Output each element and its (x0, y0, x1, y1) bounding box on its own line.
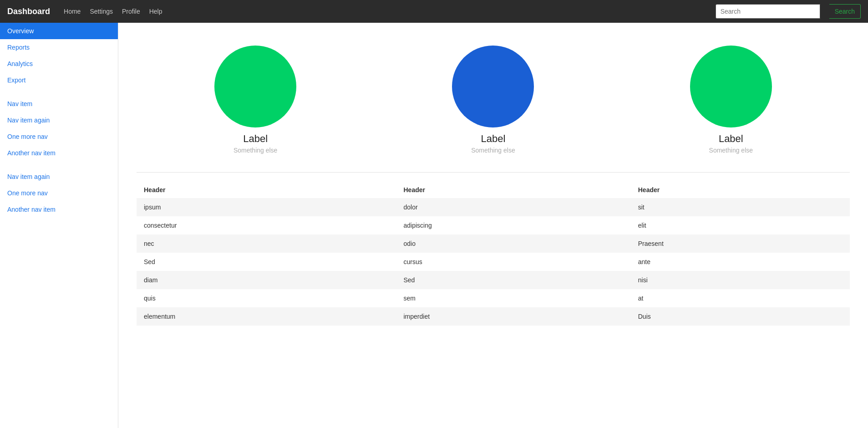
cell: diam (137, 271, 396, 289)
sidebar: Overview Reports Analytics Export Nav it… (0, 23, 118, 428)
card-3-circle (690, 46, 772, 127)
sidebar-item-nav3[interactable]: One more nav (0, 128, 118, 145)
table-row: diam Sed nisi (137, 271, 850, 289)
cell: elit (631, 216, 850, 234)
table-section: Header Header Header ipsum dolor sit con… (137, 182, 850, 326)
cell: adipiscing (396, 216, 631, 234)
card-3-label: Label (719, 133, 743, 145)
sidebar-item-export[interactable]: Export (0, 72, 118, 88)
nav-profile[interactable]: Profile (122, 8, 140, 15)
card-3-sublabel: Something else (709, 147, 753, 154)
cell: Praesent (631, 234, 850, 253)
cell: imperdiet (396, 307, 631, 326)
cell: dolor (396, 198, 631, 216)
sidebar-item-nav5[interactable]: Nav item again (0, 168, 118, 185)
sidebar-item-reports[interactable]: Reports (0, 39, 118, 56)
card-2: Label Something else (452, 46, 534, 154)
cell: nec (137, 234, 396, 253)
card-2-circle (452, 46, 534, 127)
topnav: Dashboard Home Settings Profile Help Sea… (0, 0, 868, 23)
card-1: Label Something else (214, 46, 296, 154)
cell: sem (396, 289, 631, 307)
table-row: nec odio Praesent (137, 234, 850, 253)
card-2-sublabel: Something else (471, 147, 515, 154)
card-1-circle (214, 46, 296, 127)
cell: nisi (631, 271, 850, 289)
cell: ipsum (137, 198, 396, 216)
col-header-1: Header (137, 182, 396, 198)
nav-settings[interactable]: Settings (90, 8, 113, 15)
table-row: consectetur adipiscing elit (137, 216, 850, 234)
card-2-label: Label (481, 133, 506, 145)
cell: odio (396, 234, 631, 253)
main-content: Label Something else Label Something els… (118, 23, 868, 428)
card-1-sublabel: Something else (233, 147, 278, 154)
cell: Sed (137, 253, 396, 271)
table-row: ipsum dolor sit (137, 198, 850, 216)
cell: Sed (396, 271, 631, 289)
sidebar-item-nav4[interactable]: Another nav item (0, 145, 118, 161)
cell: consectetur (137, 216, 396, 234)
sidebar-divider-2 (0, 161, 118, 168)
table-header: Header Header Header (137, 182, 850, 198)
cell: quis (137, 289, 396, 307)
table-row: Sed cursus ante (137, 253, 850, 271)
layout: Overview Reports Analytics Export Nav it… (0, 23, 868, 428)
cell: cursus (396, 253, 631, 271)
brand-title: Dashboard (7, 7, 50, 16)
cell: elementum (137, 307, 396, 326)
search-input[interactable] (716, 4, 820, 19)
sidebar-item-nav1[interactable]: Nav item (0, 96, 118, 112)
cell: Duis (631, 307, 850, 326)
card-3: Label Something else (690, 46, 772, 154)
sidebar-divider-1 (0, 88, 118, 96)
cell: at (631, 289, 850, 307)
sidebar-item-overview[interactable]: Overview (0, 23, 118, 39)
table-row: elementum imperdiet Duis (137, 307, 850, 326)
table-row: quis sem at (137, 289, 850, 307)
nav-home[interactable]: Home (64, 8, 81, 15)
data-table: Header Header Header ipsum dolor sit con… (137, 182, 850, 326)
card-1-label: Label (243, 133, 268, 145)
cell: ante (631, 253, 850, 271)
cell: sit (631, 198, 850, 216)
search-button[interactable]: Search (829, 4, 861, 19)
col-header-2: Header (396, 182, 631, 198)
table-body: ipsum dolor sit consectetur adipiscing e… (137, 198, 850, 326)
sidebar-item-nav2[interactable]: Nav item again (0, 112, 118, 128)
col-header-3: Header (631, 182, 850, 198)
sidebar-item-nav6[interactable]: One more nav (0, 185, 118, 201)
cards-section: Label Something else Label Something els… (137, 32, 850, 173)
sidebar-item-nav7[interactable]: Another nav item (0, 201, 118, 218)
nav-help[interactable]: Help (149, 8, 162, 15)
sidebar-item-analytics[interactable]: Analytics (0, 56, 118, 72)
